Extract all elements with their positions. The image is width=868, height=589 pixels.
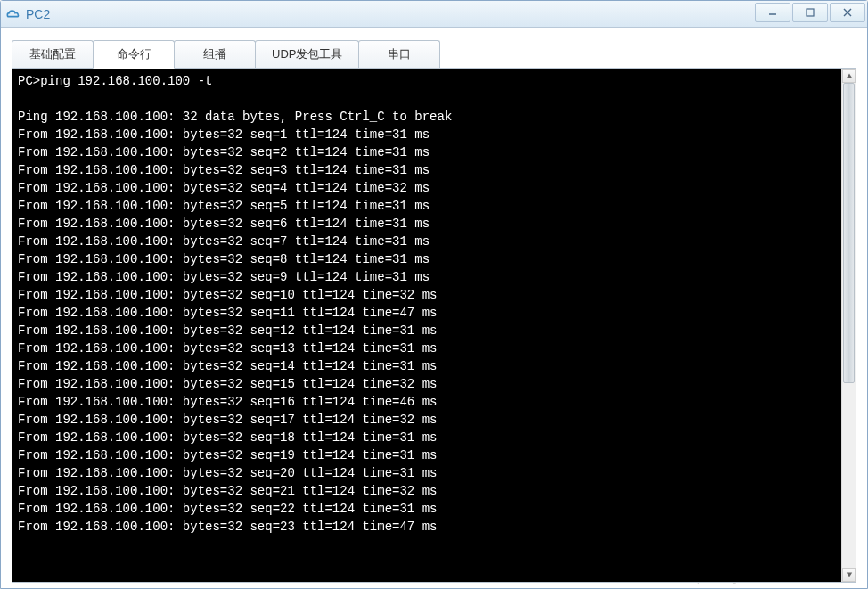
- window-title: PC2: [26, 7, 50, 21]
- close-button[interactable]: [830, 3, 865, 22]
- titlebar[interactable]: PC2: [1, 1, 867, 28]
- terminal-panel: PC>ping 192.168.100.100 -t Ping 192.168.…: [12, 68, 856, 583]
- window-controls: [755, 1, 867, 27]
- tab-3[interactable]: UDP发包工具: [255, 40, 359, 68]
- scroll-up-button[interactable]: [842, 69, 856, 83]
- minimize-button[interactable]: [755, 3, 790, 22]
- tab-4[interactable]: 串口: [358, 40, 440, 68]
- maximize-button[interactable]: [792, 3, 828, 22]
- scrollbar-track[interactable]: [842, 83, 856, 568]
- tab-0[interactable]: 基础配置: [12, 40, 94, 68]
- tab-1[interactable]: 命令行: [93, 40, 175, 69]
- scrollbar-thumb[interactable]: [843, 83, 855, 383]
- terminal-output[interactable]: PC>ping 192.168.100.100 -t Ping 192.168.…: [12, 69, 841, 582]
- tab-2[interactable]: 组播: [174, 40, 256, 68]
- vertical-scrollbar[interactable]: [841, 69, 856, 582]
- scroll-down-button[interactable]: [842, 568, 856, 582]
- tab-bar: 基础配置命令行组播UDP发包工具串口: [12, 40, 856, 68]
- svg-rect-1: [807, 9, 814, 16]
- content-area: 基础配置命令行组播UDP发包工具串口 PC>ping 192.168.100.1…: [1, 28, 867, 588]
- app-icon: [6, 7, 20, 21]
- app-window: PC2 基础配置命令行组播UDP发包工具串口 PC>ping 192.168.1…: [0, 0, 868, 589]
- title-left: PC2: [6, 7, 50, 21]
